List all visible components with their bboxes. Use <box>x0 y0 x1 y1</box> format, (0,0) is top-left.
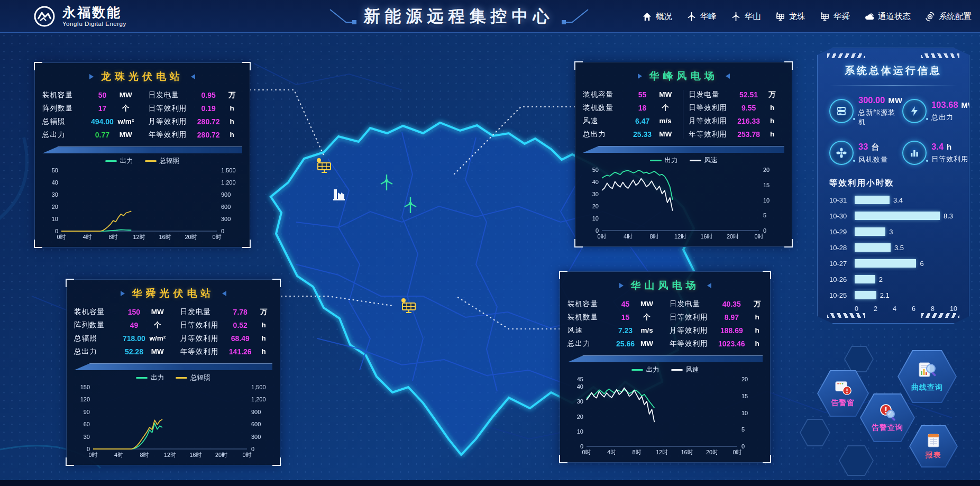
svg-text:1,200: 1,200 <box>221 179 236 186</box>
legend-item[interactable]: 总辐照 <box>176 373 210 382</box>
bar-category-label: 10-26 <box>829 276 855 283</box>
svg-text:16时: 16时 <box>700 233 712 240</box>
longzhu-day-curve-chart: 0102030405003006009001,2001,5000时4时8时12时… <box>42 166 242 243</box>
bar-category-label: 10-27 <box>829 260 855 268</box>
stat-unit: MW <box>635 300 659 308</box>
decor-hexagon <box>844 346 874 372</box>
fan-icon <box>829 141 854 165</box>
bar[interactable] <box>855 196 890 204</box>
stat-value: 103.68 <box>931 100 958 109</box>
stat-unit: m/s <box>635 326 659 334</box>
stat-unit: h <box>745 340 770 347</box>
stat-label: 日等效利用 <box>670 313 718 322</box>
dashboard-stage: 永福数能 Yongfu Digital Energy 新能源远程集控中心 概况 … <box>0 0 980 486</box>
top-header: 永福数能 Yongfu Digital Energy 新能源远程集控中心 概况 … <box>0 0 980 33</box>
svg-text:20: 20 <box>577 414 583 420</box>
legend-label: 出力 <box>120 157 133 166</box>
stat-label: 年等效利用 <box>670 339 718 349</box>
chart-legend: 出力风速 <box>567 364 763 375</box>
map-factory-icon[interactable] <box>333 189 345 200</box>
equivalent-hours-bar-chart: 10-313.410-308.310-29310-283.510-27610-2… <box>829 192 957 303</box>
map-solar-station-icon[interactable] <box>317 158 331 172</box>
stat-unit: h <box>220 131 244 139</box>
nav-item-channel-status[interactable]: 通道状态 <box>864 11 911 22</box>
stat-value: 0.77 <box>91 131 114 139</box>
stat-unit: 个 <box>653 103 677 113</box>
bar[interactable] <box>855 275 875 283</box>
report-button[interactable]: 报表 <box>909 425 958 467</box>
svg-text:5: 5 <box>763 212 766 218</box>
stat-value: 50 <box>91 91 114 99</box>
bar[interactable] <box>855 291 876 299</box>
stat-row: 装机容量50MW <box>42 88 138 102</box>
bar-category-label: 10-28 <box>829 244 855 252</box>
bar[interactable] <box>855 259 916 268</box>
alarm-query-button[interactable]: 告警查询 <box>860 393 915 442</box>
stat-label: 总出力 <box>583 130 631 139</box>
huafeng-day-curve-chart: 01020304050051015200时4时8时12时16时20时0时 <box>583 166 784 242</box>
svg-text:20时: 20时 <box>706 449 718 455</box>
legend-item[interactable]: 风速 <box>671 365 699 374</box>
stat-value: 40.35 <box>718 300 745 308</box>
stat-label: 装机容量 <box>567 299 616 309</box>
svg-text:0: 0 <box>763 227 766 234</box>
stat-unit: h <box>252 334 276 342</box>
svg-text:30: 30 <box>84 434 90 440</box>
svg-text:0时: 0时 <box>242 452 251 458</box>
map-wind-turbine-icon[interactable] <box>381 175 392 190</box>
svg-text:900: 900 <box>221 191 231 198</box>
stat-row: 年等效利用1023.46h <box>670 337 770 350</box>
system-stats-grid: 300.00MW 总新能源装机 103.68MW 总出力 33台 风机数量 <box>829 95 957 165</box>
svg-text:0时: 0时 <box>597 233 606 240</box>
stat-row: 日发电量0.95万 <box>149 88 244 102</box>
legend-item[interactable]: 出力 <box>136 373 164 382</box>
stat-label: 日等效利用 <box>149 104 197 113</box>
nav-item-huashun[interactable]: 华舜 <box>820 11 850 22</box>
stat-unit: MW <box>145 347 170 355</box>
legend-item[interactable]: 风速 <box>690 156 718 165</box>
title-arrow-right-icon <box>191 74 195 79</box>
svg-text:50: 50 <box>52 167 58 173</box>
stat-label: 日等效利用 <box>931 154 968 164</box>
stat-unit: MW <box>114 91 138 99</box>
bar[interactable] <box>855 212 940 220</box>
map-wind-turbine-icon[interactable] <box>405 197 416 213</box>
legend-item[interactable]: 出力 <box>105 157 133 166</box>
legend-item[interactable]: 出力 <box>650 156 678 165</box>
bar-axis-tick: 10 <box>950 305 957 313</box>
svg-text:90: 90 <box>84 409 90 415</box>
nav-item-overview[interactable]: 概况 <box>642 11 672 22</box>
nav-label: 系统配置 <box>939 11 972 22</box>
svg-text:15: 15 <box>741 393 748 399</box>
nav-item-longzhu[interactable]: 龙珠 <box>775 11 805 22</box>
decor-hexagon <box>800 419 830 446</box>
svg-text:30: 30 <box>592 191 599 197</box>
svg-text:5: 5 <box>741 426 745 433</box>
stat-label: 日发电量 <box>689 90 737 99</box>
nav-item-huafeng[interactable]: 华峰 <box>686 11 717 22</box>
station-title: 华舜光伏电站 <box>74 285 272 302</box>
stat-row: 装机数量15个 <box>567 310 659 324</box>
stat-label: 总新能源装机 <box>858 108 902 127</box>
svg-text:16时: 16时 <box>159 234 171 240</box>
nav-item-system-config[interactable]: 系统配置 <box>925 11 972 22</box>
panel-huashun-station: 华舜光伏电站 装机容量150MW阵列数量49个总辐照718.00w/m²总出力5… <box>66 279 280 465</box>
bar-value: 6 <box>920 260 923 268</box>
chart-legend: 出力总辐照 <box>42 155 242 166</box>
legend-item[interactable]: 总辐照 <box>145 157 180 166</box>
station-stats: 装机容量50MW阵列数量17个总辐照494.00w/m²总出力0.77MW 日发… <box>42 88 242 141</box>
stat-unit: 个 <box>114 104 138 113</box>
bar[interactable] <box>855 243 891 252</box>
page-title: 新能源远程集控中心 <box>364 5 554 27</box>
title-arrow-left-icon <box>89 74 94 79</box>
nav-item-huashan[interactable]: 华山 <box>731 11 761 22</box>
solar-panel-icon <box>775 12 785 22</box>
svg-text:16时: 16时 <box>681 449 693 455</box>
legend-swatch-icon <box>650 160 662 161</box>
solar-panel-icon <box>820 12 830 22</box>
bar[interactable] <box>855 227 885 236</box>
map-solar-station-icon[interactable] <box>401 298 415 313</box>
stat-label: 年等效利用 <box>180 347 229 356</box>
nav-label: 华舜 <box>834 11 850 22</box>
legend-item[interactable]: 出力 <box>631 365 660 374</box>
